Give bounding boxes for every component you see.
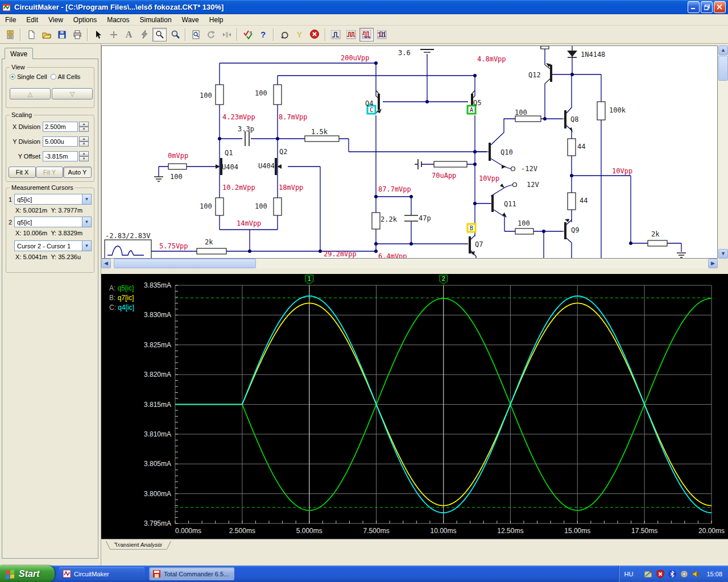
text-tool-icon[interactable]: A xyxy=(122,28,136,41)
rotate-icon[interactable] xyxy=(204,28,218,41)
menu-wave[interactable]: Wave xyxy=(177,15,204,25)
flip-icon[interactable] xyxy=(220,28,234,41)
tab-transient-analysis[interactable]: Transient Analysis xyxy=(106,541,171,550)
svg-text:3.825mA: 3.825mA xyxy=(144,341,171,349)
scroll-right-icon[interactable]: ▶ xyxy=(708,259,718,268)
legend-entry: A: q5[ic] xyxy=(109,284,134,292)
place-plus-icon[interactable] xyxy=(106,28,121,41)
svg-text:2k: 2k xyxy=(205,238,213,246)
schematic-canvas[interactable]: CAB 3.61N4148Q12100100100Q8100k3.3p1.5k4… xyxy=(101,45,718,259)
svg-text:-2.83/2.83V: -2.83/2.83V xyxy=(105,232,150,240)
menu-file[interactable]: File xyxy=(0,15,21,25)
svg-text:C: C xyxy=(370,107,373,113)
digital-wave-icon[interactable] xyxy=(344,28,358,41)
analog-wave-icon[interactable] xyxy=(359,28,374,41)
svg-text:Q4: Q4 xyxy=(365,99,373,107)
horizontal-scroll-thumb[interactable] xyxy=(114,259,256,268)
svg-text:3.815mA: 3.815mA xyxy=(144,401,171,409)
svg-text:100: 100 xyxy=(255,89,267,97)
volume-settings-icon[interactable] xyxy=(680,569,689,579)
chevron-down-icon[interactable]: ▼ xyxy=(82,194,91,204)
scope-wave-icon[interactable] xyxy=(329,28,343,41)
stop-simulation-icon[interactable] xyxy=(308,28,322,41)
svg-text:10Vpp: 10Vpp xyxy=(612,167,632,175)
toolbar-separator xyxy=(20,28,21,41)
chevron-down-icon[interactable]: ▼ xyxy=(82,241,91,251)
schematic-horizontal-scrollbar[interactable]: ◀ ▶ xyxy=(101,259,718,268)
language-indicator[interactable]: HU xyxy=(624,571,634,577)
security-shield-icon[interactable] xyxy=(656,569,665,579)
waveform-panel[interactable]: A: q5[ic] B: q7[ic] C: q4[ic] 3.835mA3.8… xyxy=(101,274,728,539)
svg-text:5.75Vpp: 5.75Vpp xyxy=(159,242,188,250)
reset-icon[interactable] xyxy=(277,28,291,41)
wire-tool-icon[interactable] xyxy=(137,28,151,41)
auto-y-button[interactable]: Auto Y xyxy=(63,167,92,178)
y-offset-input[interactable] xyxy=(43,151,78,161)
x-division-input[interactable] xyxy=(43,122,78,132)
probe-y-icon[interactable]: Y xyxy=(292,28,307,41)
schematic-vertical-scrollbar[interactable]: ▲ ▼ xyxy=(718,45,728,259)
chevron-down-icon[interactable]: ▼ xyxy=(82,217,91,227)
taskbar-item-total-commander[interactable]: Total Commander 6.5... xyxy=(149,567,234,580)
start-button[interactable]: Start xyxy=(0,566,55,582)
cell-up-button[interactable]: △ xyxy=(10,88,51,99)
scroll-left-icon[interactable]: ◀ xyxy=(101,259,111,268)
zoom-tool-icon[interactable] xyxy=(168,28,182,41)
volume-icon[interactable] xyxy=(692,569,701,579)
fit-y-button[interactable]: Fit Y xyxy=(36,167,63,178)
fit-x-button[interactable]: Fit X xyxy=(9,167,36,178)
help-icon[interactable]: ? xyxy=(256,28,270,41)
radio-dot xyxy=(51,74,56,80)
radio-single-cell-label: Single Cell xyxy=(17,73,47,80)
analysis-tab-strip: Transient Analysis xyxy=(101,539,728,554)
probe-tool-icon[interactable] xyxy=(152,28,167,41)
menu-view[interactable]: View xyxy=(43,15,68,25)
taskbar: Start CircuitMaker Total Commander 6.5..… xyxy=(0,566,728,582)
select-arrow-icon[interactable] xyxy=(91,28,105,41)
menu-help[interactable]: Help xyxy=(204,15,229,25)
cursor-diff-select[interactable]: Cursor 2 - Cursor 1▼ xyxy=(14,240,92,251)
radio-all-cells[interactable]: All Cells xyxy=(51,73,81,80)
tab-wave[interactable]: Wave xyxy=(5,48,33,59)
schematic-drawing: CAB 3.61N4148Q12100100100Q8100k3.3p1.5k4… xyxy=(102,46,718,259)
taskbar-item-circuitmaker[interactable]: CircuitMaker xyxy=(59,567,144,580)
svg-text:14mVpp: 14mVpp xyxy=(237,219,261,227)
open-file-icon[interactable] xyxy=(39,28,53,41)
restore-button[interactable] xyxy=(701,1,713,13)
probe-markers: CAB xyxy=(367,106,475,232)
svg-text:100: 100 xyxy=(200,202,212,210)
menu-edit[interactable]: Edit xyxy=(21,15,43,25)
zoom-window-icon[interactable] xyxy=(189,28,203,41)
radio-single-cell[interactable]: Single Cell xyxy=(10,73,47,80)
menu-simulation[interactable]: Simulation xyxy=(135,15,177,25)
menu-options[interactable]: Options xyxy=(68,15,102,25)
svg-text:Q1: Q1 xyxy=(225,149,233,157)
mixed-mode-sim-icon[interactable] xyxy=(241,28,255,41)
y-division-input[interactable] xyxy=(43,136,78,147)
svg-text:100k: 100k xyxy=(609,106,626,114)
cursor2-signal-select[interactable]: q5[ic]▼ xyxy=(14,217,92,227)
cursor1-signal-select[interactable]: q5[ic]▼ xyxy=(14,194,92,205)
minimize-button[interactable] xyxy=(688,1,700,13)
svg-text:18mVpp: 18mVpp xyxy=(279,184,303,192)
y-division-spinner[interactable]: ▲▼ xyxy=(79,136,89,147)
save-file-icon[interactable] xyxy=(55,28,69,41)
bluetooth-icon[interactable] xyxy=(668,569,677,579)
tablet-pen-icon[interactable] xyxy=(644,569,653,579)
scroll-up-icon[interactable]: ▲ xyxy=(718,45,728,55)
cell-down-button[interactable]: ▽ xyxy=(52,88,93,99)
y-offset-spinner[interactable]: ▲▼ xyxy=(79,151,89,161)
new-file-icon[interactable] xyxy=(24,28,38,41)
svg-text:10.00ms: 10.00ms xyxy=(430,527,456,535)
svg-text:8.7mVpp: 8.7mVpp xyxy=(279,113,308,121)
svg-text:3.795mA: 3.795mA xyxy=(144,519,171,527)
parts-browser-icon[interactable] xyxy=(3,28,17,41)
close-button[interactable] xyxy=(714,1,726,13)
mixed-wave-icon[interactable] xyxy=(375,28,389,41)
svg-text:10.2mVpp: 10.2mVpp xyxy=(222,184,255,192)
menu-macros[interactable]: Macros xyxy=(102,15,134,25)
vertical-scroll-thumb[interactable] xyxy=(718,56,728,81)
x-division-spinner[interactable]: ▲▼ xyxy=(79,122,89,132)
scroll-down-icon[interactable]: ▼ xyxy=(718,249,728,259)
print-icon[interactable] xyxy=(70,28,84,41)
